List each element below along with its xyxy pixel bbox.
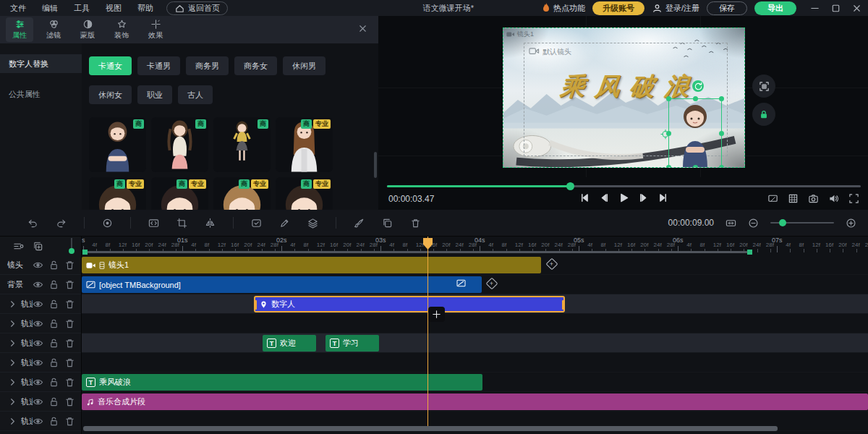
chevron-right-icon[interactable] [7, 416, 18, 427]
clip-学习[interactable]: T学习 [326, 335, 379, 352]
avatar-card-4[interactable]: 商专业 [89, 177, 146, 210]
progress-handle[interactable] [566, 182, 574, 190]
volume-button[interactable] [828, 193, 839, 204]
undo-button[interactable] [27, 218, 38, 229]
tab-装饰[interactable]: 装饰 [108, 17, 135, 42]
track-lane-轨道9[interactable] [82, 314, 868, 333]
panel-scrollbar[interactable] [374, 152, 377, 178]
crop-button[interactable] [176, 218, 187, 229]
clip-欢迎[interactable]: T欢迎 [263, 335, 316, 352]
selection-box[interactable] [668, 98, 722, 168]
tab-滤镜[interactable]: 滤镜 [40, 17, 67, 42]
lock-button[interactable] [752, 103, 775, 126]
pen-button[interactable] [279, 218, 290, 229]
category-chip-职业[interactable]: 职业 [137, 85, 172, 104]
chevron-right-icon[interactable] [7, 357, 18, 368]
trash-button[interactable] [410, 218, 421, 229]
track-header-轨道4[interactable]: 轨道4 [0, 412, 81, 431]
menu-item-3[interactable]: 视图 [106, 3, 122, 14]
track-header-轨道5[interactable]: 轨道5 [0, 392, 81, 412]
anchor-crosshair-icon[interactable] [660, 129, 671, 139]
track-lane-轨道8[interactable]: T欢迎T学习 [82, 333, 868, 353]
focus-selection-button[interactable] [752, 75, 775, 98]
avatar-card-1[interactable]: 商 [151, 117, 208, 172]
keyframe-diamond[interactable] [546, 258, 558, 271]
play-button[interactable] [618, 192, 629, 203]
chevron-right-icon[interactable] [7, 377, 18, 388]
flip-button[interactable] [205, 218, 216, 229]
track-header-镜头[interactable]: 镜头 [0, 255, 81, 275]
zoom-slider-handle[interactable] [779, 219, 786, 226]
category-chip-古人[interactable]: 古人 [178, 85, 213, 104]
clip-trim-right[interactable] [562, 300, 564, 310]
category-chip-休闲男[interactable]: 休闲男 [283, 56, 326, 75]
background-fill-icon[interactable] [456, 279, 466, 287]
clip-[object TMBackground][interactable]: [object TMBackground] [82, 276, 482, 293]
rotate-handle[interactable] [692, 80, 704, 92]
add-keyframe-button[interactable] [428, 307, 445, 322]
layers-button[interactable] [307, 218, 318, 229]
chevron-right-icon[interactable] [7, 396, 18, 407]
camera-shot-button[interactable] [808, 193, 819, 204]
avatar-card-0[interactable]: 商 [89, 117, 146, 172]
track-lane-轨道7[interactable] [82, 353, 868, 373]
sidebar-item-数字人替换[interactable]: 数字人替换 [0, 54, 82, 73]
track-lane-镜头[interactable]: 镜头1 [82, 255, 868, 275]
avatar-card-6[interactable]: 商专业 [213, 177, 271, 210]
track-header-轨道6[interactable]: 轨道6 [0, 373, 81, 392]
track-header-轨道8[interactable]: 轨道8 [0, 333, 81, 353]
redo-button[interactable] [56, 218, 67, 229]
track-header-轨道7[interactable]: 轨道7 [0, 353, 81, 373]
selection-handle-nw[interactable] [666, 96, 671, 101]
video-canvas[interactable]: 乘风破浪 默认镜头 镜头1 [503, 27, 745, 168]
avatar-card-3[interactable]: 商专业 [276, 117, 333, 172]
menu-item-1[interactable]: 编辑 [42, 3, 58, 14]
keyframe-diamond[interactable] [486, 278, 498, 290]
hot-features-button[interactable]: 热点功能 [542, 3, 585, 14]
category-chip-商务男[interactable]: 商务男 [186, 56, 229, 75]
minimize-button[interactable] [809, 3, 820, 14]
avatar-card-5[interactable]: 商专业 [151, 177, 208, 210]
work-area-bar[interactable] [83, 251, 750, 253]
track-header-轨道9[interactable]: 轨道9 [0, 314, 81, 333]
track-manager-icon[interactable] [13, 241, 24, 252]
avatar-card-7[interactable]: 商专业 [276, 177, 333, 210]
selection-handle-n[interactable] [693, 96, 698, 101]
category-chip-休闲女[interactable]: 休闲女 [89, 85, 132, 104]
tab-蒙版[interactable]: 蒙版 [74, 17, 101, 42]
clip-trim-left[interactable] [255, 300, 257, 310]
monitor-button[interactable] [767, 193, 778, 204]
fit-width-icon[interactable] [726, 218, 736, 229]
avatar-card-2[interactable]: 商 [213, 117, 271, 172]
frame-back-button[interactable] [599, 192, 610, 203]
work-area-end-handle[interactable] [747, 250, 752, 255]
fullscreen-button[interactable] [848, 193, 859, 204]
track-lane-轨道5[interactable]: 音乐合成片段 [82, 392, 868, 412]
upgrade-account-button[interactable]: 升级账号 [592, 1, 644, 15]
track-lane-轨道10[interactable]: 数字人 [82, 294, 868, 314]
skip-end-button[interactable] [658, 192, 668, 203]
tab-属性[interactable]: 属性 [6, 17, 33, 42]
close-window-button[interactable] [851, 3, 862, 14]
skip-start-button[interactable] [579, 192, 590, 203]
brush-button[interactable] [354, 218, 365, 229]
tab-效果[interactable]: 效果 [142, 17, 169, 42]
check-rect-button[interactable] [251, 218, 262, 229]
menu-item-4[interactable]: 帮助 [137, 3, 153, 14]
selection-handle-se[interactable] [719, 165, 724, 168]
category-chip-卡通女[interactable]: 卡通女 [89, 56, 132, 75]
duplicate-track-icon[interactable] [33, 241, 43, 252]
sidebar-item-公共属性[interactable]: 公共属性 [0, 85, 82, 103]
chevron-right-icon[interactable] [7, 338, 18, 349]
track-lane-轨道6[interactable]: T乘风破浪 [82, 373, 868, 392]
save-button[interactable]: 保存 [707, 1, 747, 15]
selection-handle-sw[interactable] [666, 165, 671, 168]
zoom-in-icon[interactable] [846, 218, 856, 229]
export-button[interactable]: 导出 [754, 1, 796, 15]
clip-镜头1[interactable]: 镜头1 [82, 257, 541, 273]
grid-button[interactable] [788, 193, 799, 204]
selection-handle-s[interactable] [693, 165, 698, 168]
clip-数字人[interactable]: 数字人 [254, 296, 565, 312]
track-lane-背景[interactable]: [object TMBackground] [82, 275, 868, 294]
work-area-start-handle[interactable] [82, 250, 88, 255]
